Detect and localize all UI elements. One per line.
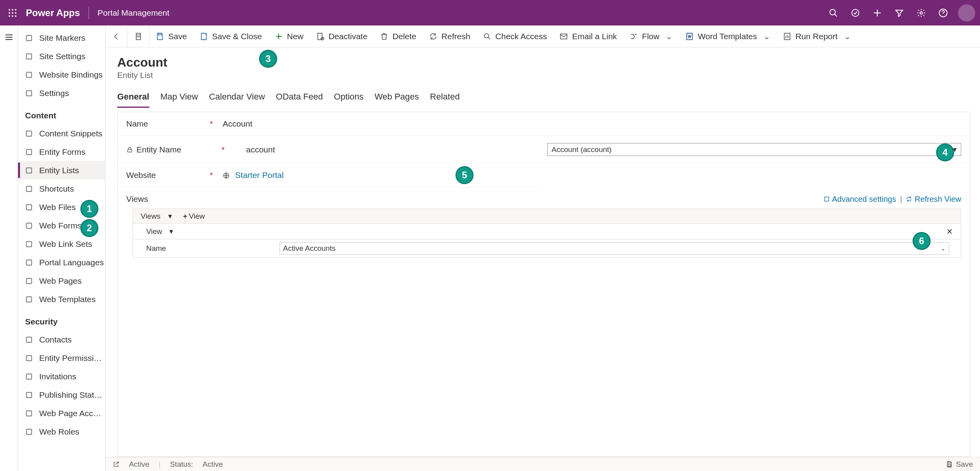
nav-label: Web Templates xyxy=(39,295,96,304)
tab-odata-feed[interactable]: OData Feed xyxy=(276,88,323,108)
help-icon[interactable] xyxy=(932,4,954,22)
nav-label: Web Files xyxy=(39,203,76,212)
svg-rect-34 xyxy=(26,355,31,360)
nav-label: Web Roles xyxy=(39,427,79,437)
nav-label: Content Snippets xyxy=(39,129,102,138)
field-label: Website xyxy=(126,170,209,180)
filter-icon[interactable] xyxy=(888,4,910,22)
nav-item-shortcuts[interactable]: Shortcuts xyxy=(18,179,105,198)
nav-item-web-roles[interactable]: Web Roles xyxy=(18,422,105,441)
popout-icon[interactable] xyxy=(113,461,120,468)
delete-button[interactable]: Delete xyxy=(374,25,423,47)
svg-rect-27 xyxy=(26,205,31,210)
nav-item-web-templates[interactable]: Web Templates xyxy=(18,290,105,308)
nav-item-invitations[interactable]: Invitations xyxy=(18,367,105,386)
nav-item-portal-languages[interactable]: Portal Languages xyxy=(18,253,105,272)
search-icon[interactable] xyxy=(822,4,844,22)
nav-label: Settings xyxy=(39,89,69,98)
check-access-button[interactable]: Check Access xyxy=(477,25,554,47)
required-indicator: * xyxy=(209,170,214,180)
callout-4: 4 xyxy=(936,143,954,161)
nav-label: Web Page Access Co... xyxy=(39,409,105,418)
nav-label: Web Link Sets xyxy=(39,239,92,249)
nav-label: Invitations xyxy=(39,372,76,381)
status-save-button[interactable]: Save xyxy=(956,460,973,469)
nav-item-contacts[interactable]: Contacts xyxy=(18,330,105,349)
nav-item-entity-forms[interactable]: Entity Forms xyxy=(18,143,105,161)
svg-rect-59 xyxy=(948,462,951,463)
nav-item-web-page-access-co-[interactable]: Web Page Access Co... xyxy=(18,404,105,422)
save-button[interactable]: Save xyxy=(149,25,193,47)
back-button[interactable] xyxy=(105,25,127,47)
views-label: Views xyxy=(126,194,148,204)
views-dropdown-label: Views xyxy=(141,212,160,220)
caret-down-icon[interactable]: ▾ xyxy=(169,227,173,236)
website-link[interactable]: Starter Portal xyxy=(235,170,284,179)
required-indicator: * xyxy=(220,145,226,154)
record-set-button[interactable] xyxy=(127,25,149,47)
close-icon[interactable]: ✕ xyxy=(946,227,953,236)
nav-item-settings[interactable]: Settings xyxy=(18,84,105,102)
add-view-button[interactable]: +View xyxy=(183,212,205,221)
status-state: Active xyxy=(129,460,149,469)
refresh-button[interactable]: Refresh xyxy=(423,25,477,47)
hamburger-icon[interactable] xyxy=(4,33,14,471)
views-subgrid: Views ▾ +View View ▾ ✕ Name Active Accou… xyxy=(132,208,961,258)
deactivate-button[interactable]: Deactivate xyxy=(310,25,374,47)
tab-web-pages[interactable]: Web Pages xyxy=(375,88,419,108)
nav-item-web-pages[interactable]: Web Pages xyxy=(18,272,105,290)
tab-general[interactable]: General xyxy=(117,88,149,108)
form-panel: Name * Account Entity Name * account Acc… xyxy=(117,112,970,457)
chevron-down-icon: ⌄ xyxy=(666,32,673,41)
nav-collapse-column xyxy=(0,25,18,471)
cmd-label: Deactivate xyxy=(328,32,367,41)
nav-item-site-markers[interactable]: Site Markers xyxy=(18,29,105,47)
run-report-button[interactable]: Run Report⌄ xyxy=(777,25,857,47)
svg-rect-24 xyxy=(26,149,31,154)
field-value: Starter Portal xyxy=(214,170,532,180)
nav-item-entity-permissions[interactable]: Entity Permissions xyxy=(18,349,105,367)
tab-map-view[interactable]: Map View xyxy=(160,88,198,108)
entity-lookup[interactable]: Account (account) ▾ xyxy=(547,143,961,156)
nav-item-web-link-sets[interactable]: Web Link Sets xyxy=(18,235,105,253)
new-button[interactable]: New xyxy=(268,25,310,47)
add-icon[interactable] xyxy=(866,4,888,22)
email-link-button[interactable]: Email a Link xyxy=(553,25,623,47)
nav-item-website-bindings[interactable]: Website Bindings xyxy=(18,65,105,84)
subgrid-name-input[interactable]: Active Accounts ⌄ xyxy=(279,242,949,255)
word-templates-button[interactable]: Word Templates⌄ xyxy=(679,25,777,47)
nav-item-content-snippets[interactable]: Content Snippets xyxy=(18,124,105,143)
view-bar-label: View xyxy=(146,227,162,236)
advanced-settings-link[interactable]: Advanced settings xyxy=(824,195,896,204)
settings-icon[interactable] xyxy=(910,4,932,22)
app-context-label: Portal Management xyxy=(98,8,169,18)
nav-item-site-settings[interactable]: Site Settings xyxy=(18,47,105,65)
tab-related[interactable]: Related xyxy=(430,88,460,108)
svg-point-6 xyxy=(9,15,10,17)
tab-calendar-view[interactable]: Calendar View xyxy=(209,88,265,108)
user-avatar[interactable] xyxy=(958,4,975,22)
nav-label: Entity Forms xyxy=(39,147,85,157)
field-value[interactable]: account xyxy=(238,145,535,154)
flow-button[interactable]: Flow⌄ xyxy=(623,25,679,47)
views-section-header: Views Advanced settings | Refresh View xyxy=(118,187,970,207)
views-dropdown[interactable]: Views ▾ xyxy=(141,212,172,221)
separator: | xyxy=(900,194,902,204)
refresh-view-link[interactable]: Refresh View xyxy=(906,195,961,204)
cmd-label: Run Report xyxy=(795,32,837,41)
svg-line-49 xyxy=(488,37,490,39)
save-close-button[interactable]: Save & Close xyxy=(193,25,268,47)
nav-section-security: Security xyxy=(18,308,105,330)
nav-item-entity-lists[interactable]: Entity Lists xyxy=(18,161,105,179)
task-icon[interactable] xyxy=(844,4,866,22)
record-tabs: GeneralMap ViewCalendar ViewOData FeedOp… xyxy=(105,88,980,108)
field-value[interactable]: Account xyxy=(214,119,961,129)
svg-point-0 xyxy=(9,9,10,11)
nav-item-publishing-state-tran-[interactable]: Publishing State Tran... xyxy=(18,386,105,404)
header-divider xyxy=(89,7,89,19)
callout-3: 3 xyxy=(259,50,277,68)
app-launcher-icon[interactable] xyxy=(5,5,20,21)
record-title: Account xyxy=(117,55,980,70)
tab-options[interactable]: Options xyxy=(334,88,364,108)
callout-5: 5 xyxy=(456,166,474,184)
